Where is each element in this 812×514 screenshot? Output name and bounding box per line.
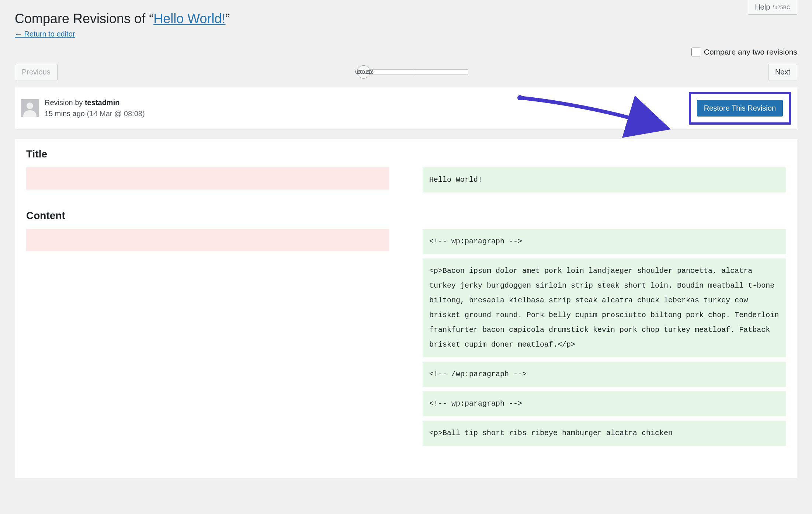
content-added-block-0: <!-- wp:paragraph --> bbox=[423, 229, 786, 254]
page-title-prefix: Compare Revisions of “ bbox=[15, 11, 153, 26]
revision-time: 15 mins ago bbox=[45, 110, 87, 118]
title-added-block: Hello World! bbox=[423, 167, 786, 192]
content-added-block-4: <p>Ball tip short ribs ribeye hamburger … bbox=[423, 421, 786, 446]
svg-point-2 bbox=[27, 103, 33, 109]
slider-tick bbox=[414, 70, 414, 74]
content-added-col: <!-- wp:paragraph --> <p>Bacon ipsum dol… bbox=[423, 229, 786, 450]
next-button[interactable]: Next bbox=[768, 64, 797, 80]
section-content-heading: Content bbox=[26, 210, 786, 222]
diff-body: Title Hello World! Content <!-- wp:parag… bbox=[15, 139, 797, 478]
help-tab[interactable]: Help \u25BC bbox=[748, 0, 797, 15]
title-removed-block bbox=[26, 167, 389, 190]
content-removed-col bbox=[26, 229, 389, 450]
revision-date: (14 Mar @ 08:08) bbox=[87, 110, 145, 118]
restore-revision-button[interactable]: Restore This Revision bbox=[697, 100, 783, 117]
compare-any-checkbox[interactable] bbox=[691, 48, 700, 56]
content-added-block-2: <!-- /wp:paragraph --> bbox=[423, 362, 786, 387]
slider-track[interactable] bbox=[369, 69, 468, 74]
content-added-block-3: <!-- wp:paragraph --> bbox=[423, 391, 786, 416]
return-to-editor-link[interactable]: ← Return to editor bbox=[15, 30, 75, 38]
revision-by-label: Revision by bbox=[45, 98, 85, 107]
page-title-suffix: ” bbox=[226, 11, 230, 26]
slider-handle[interactable]: \u25C0\u25B6 bbox=[357, 65, 370, 79]
restore-button-highlight: Restore This Revision bbox=[689, 92, 791, 125]
title-removed-col bbox=[26, 167, 389, 197]
avatar bbox=[21, 99, 39, 117]
revision-user: testadmin bbox=[85, 98, 119, 107]
revision-slider[interactable]: \u25C0\u25B6 bbox=[357, 65, 468, 79]
previous-button[interactable]: Previous bbox=[15, 64, 58, 80]
help-label: Help bbox=[755, 3, 770, 11]
revision-header: Revision by testadmin 15 mins ago (14 Ma… bbox=[15, 87, 797, 129]
page-title: Compare Revisions of “Hello World!” bbox=[15, 10, 797, 28]
compare-any-label: Compare any two revisions bbox=[704, 48, 797, 56]
slider-arrows-icon: \u25C0\u25B6 bbox=[355, 69, 372, 75]
section-title-heading: Title bbox=[26, 148, 786, 160]
content-added-block-1: <p>Bacon ipsum dolor amet pork loin land… bbox=[423, 258, 786, 357]
title-added-col: Hello World! bbox=[423, 167, 786, 197]
post-title-link[interactable]: Hello World! bbox=[153, 11, 225, 26]
content-removed-block bbox=[26, 229, 389, 251]
chevron-down-icon: \u25BC bbox=[773, 4, 790, 10]
